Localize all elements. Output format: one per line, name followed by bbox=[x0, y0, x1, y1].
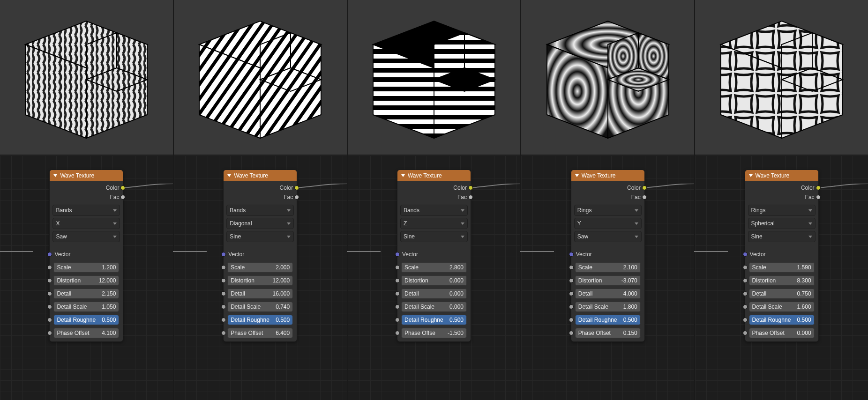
detail-roughness-field[interactable]: Detail Roughne 0.500 bbox=[401, 315, 467, 325]
detail-field[interactable]: Detail 0.750 bbox=[749, 289, 815, 299]
scale-field[interactable]: Scale 1.590 bbox=[749, 262, 815, 273]
phase-offset-field[interactable]: Phase Offset 6.400 bbox=[227, 328, 293, 338]
socket-fac-icon[interactable] bbox=[642, 195, 647, 200]
input-detail-roughness[interactable]: Detail Roughne 0.500 bbox=[745, 313, 818, 326]
wave-texture-node[interactable]: Wave Texture Color Fac Bands X Saw bbox=[49, 170, 123, 342]
output-fac[interactable]: Fac bbox=[50, 193, 123, 202]
input-vector[interactable]: Vector bbox=[571, 248, 644, 261]
input-phase-offset[interactable]: Phase Offset 4.100 bbox=[50, 326, 123, 340]
input-detail-scale[interactable]: Detail Scale 0.000 bbox=[397, 300, 471, 313]
detail-scale-field[interactable]: Detail Scale 0.740 bbox=[227, 302, 293, 312]
direction-select[interactable]: Diagonal bbox=[226, 218, 294, 229]
input-distortion[interactable]: Distortion 8.300 bbox=[745, 274, 818, 287]
node-header[interactable]: Wave Texture bbox=[50, 170, 123, 181]
socket-fac-icon[interactable] bbox=[468, 195, 473, 200]
socket-value-icon[interactable] bbox=[47, 318, 52, 322]
viewport[interactable] bbox=[0, 0, 173, 156]
direction-select[interactable]: Spherical bbox=[748, 218, 816, 229]
node-header[interactable]: Wave Texture bbox=[745, 170, 818, 181]
wave-texture-node[interactable]: Wave Texture Color Fac Bands Z Sine bbox=[397, 170, 471, 342]
socket-value-icon[interactable] bbox=[221, 278, 226, 283]
input-scale[interactable]: Scale 1.200 bbox=[50, 261, 123, 274]
socket-value-icon[interactable] bbox=[569, 304, 574, 309]
socket-value-icon[interactable] bbox=[569, 318, 574, 322]
input-vector[interactable]: Vector bbox=[745, 248, 818, 261]
socket-vector-icon[interactable] bbox=[569, 252, 574, 257]
collapse-icon[interactable] bbox=[575, 174, 579, 177]
scale-field[interactable]: Scale 2.800 bbox=[401, 262, 467, 273]
node-editor[interactable]: Wave Texture Color Fac Bands Diagonal bbox=[174, 156, 347, 400]
socket-value-icon[interactable] bbox=[569, 265, 574, 270]
detail-roughness-field[interactable]: Detail Roughne 0.500 bbox=[227, 315, 293, 325]
viewport[interactable] bbox=[348, 0, 521, 156]
wave-texture-node[interactable]: Wave Texture Color Fac Bands Diagonal bbox=[223, 170, 297, 342]
distortion-field[interactable]: Distortion 12.000 bbox=[227, 275, 293, 286]
socket-value-icon[interactable] bbox=[47, 291, 52, 296]
output-color[interactable]: Color bbox=[571, 183, 644, 193]
detail-field[interactable]: Detail 0.000 bbox=[401, 289, 467, 299]
socket-value-icon[interactable] bbox=[743, 304, 748, 309]
input-scale[interactable]: Scale 1.590 bbox=[745, 261, 818, 274]
wave-texture-node[interactable]: Wave Texture Color Fac Rings Y Saw bbox=[571, 170, 645, 342]
input-detail-roughness[interactable]: Detail Roughne 0.500 bbox=[50, 313, 123, 326]
socket-value-icon[interactable] bbox=[569, 278, 574, 283]
collapse-icon[interactable] bbox=[227, 174, 231, 177]
input-vector[interactable]: Vector bbox=[224, 248, 297, 261]
viewport[interactable] bbox=[521, 0, 694, 156]
profile-select[interactable]: Saw bbox=[574, 231, 642, 242]
socket-value-icon[interactable] bbox=[221, 291, 226, 296]
detail-scale-field[interactable]: Detail Scale 1.600 bbox=[749, 302, 815, 312]
node-header[interactable]: Wave Texture bbox=[224, 170, 297, 181]
socket-value-icon[interactable] bbox=[395, 278, 400, 283]
scale-field[interactable]: Scale 1.200 bbox=[53, 262, 119, 273]
node-editor[interactable]: Wave Texture Color Fac Bands Z Sine bbox=[348, 156, 521, 400]
profile-select[interactable]: Sine bbox=[748, 231, 816, 242]
socket-color-icon[interactable] bbox=[120, 185, 125, 190]
socket-value-icon[interactable] bbox=[743, 278, 748, 283]
input-distortion[interactable]: Distortion 12.000 bbox=[50, 274, 123, 287]
input-vector[interactable]: Vector bbox=[50, 248, 123, 261]
input-detail-scale[interactable]: Detail Scale 1.600 bbox=[745, 300, 818, 313]
detail-scale-field[interactable]: Detail Scale 1.050 bbox=[53, 302, 119, 312]
distortion-field[interactable]: Distortion -3.070 bbox=[575, 275, 641, 286]
detail-roughness-field[interactable]: Detail Roughne 0.500 bbox=[575, 315, 641, 325]
input-scale[interactable]: Scale 2.000 bbox=[224, 261, 297, 274]
viewport[interactable] bbox=[174, 0, 347, 156]
phase-offset-field[interactable]: Phase Offset 4.100 bbox=[53, 328, 119, 338]
socket-value-icon[interactable] bbox=[47, 304, 52, 309]
socket-value-icon[interactable] bbox=[47, 278, 52, 283]
socket-value-icon[interactable] bbox=[395, 331, 400, 335]
socket-value-icon[interactable] bbox=[743, 331, 748, 335]
wave-type-select[interactable]: Bands bbox=[52, 205, 120, 216]
socket-value-icon[interactable] bbox=[221, 331, 226, 335]
input-detail[interactable]: Detail 0.000 bbox=[397, 287, 471, 300]
detail-field[interactable]: Detail 2.150 bbox=[53, 289, 119, 299]
input-detail[interactable]: Detail 4.000 bbox=[571, 287, 644, 300]
socket-fac-icon[interactable] bbox=[294, 195, 299, 200]
output-fac[interactable]: Fac bbox=[745, 193, 818, 202]
input-distortion[interactable]: Distortion 12.000 bbox=[224, 274, 297, 287]
output-color[interactable]: Color bbox=[224, 183, 297, 193]
detail-field[interactable]: Detail 16.000 bbox=[227, 289, 293, 299]
direction-select[interactable]: Z bbox=[400, 218, 468, 229]
viewport[interactable] bbox=[695, 0, 868, 156]
output-color[interactable]: Color bbox=[397, 183, 471, 193]
wave-texture-node[interactable]: Wave Texture Color Fac Rings Spherical bbox=[745, 170, 819, 342]
input-phase-offset[interactable]: Phase Offset 0.000 bbox=[745, 326, 818, 340]
distortion-field[interactable]: Distortion 12.000 bbox=[53, 275, 119, 286]
detail-scale-field[interactable]: Detail Scale 0.000 bbox=[401, 302, 467, 312]
output-fac[interactable]: Fac bbox=[397, 193, 471, 202]
input-detail-scale[interactable]: Detail Scale 1.800 bbox=[571, 300, 644, 313]
collapse-icon[interactable] bbox=[53, 174, 57, 177]
input-detail-roughness[interactable]: Detail Roughne 0.500 bbox=[571, 313, 644, 326]
socket-color-icon[interactable] bbox=[642, 185, 647, 190]
distortion-field[interactable]: Distortion 0.000 bbox=[401, 275, 467, 286]
socket-value-icon[interactable] bbox=[395, 304, 400, 309]
profile-select[interactable]: Saw bbox=[52, 231, 120, 242]
output-color[interactable]: Color bbox=[745, 183, 818, 193]
input-vector[interactable]: Vector bbox=[397, 248, 471, 261]
scale-field[interactable]: Scale 2.100 bbox=[575, 262, 641, 273]
input-scale[interactable]: Scale 2.100 bbox=[571, 261, 644, 274]
node-header[interactable]: Wave Texture bbox=[397, 170, 471, 181]
socket-value-icon[interactable] bbox=[221, 265, 226, 270]
